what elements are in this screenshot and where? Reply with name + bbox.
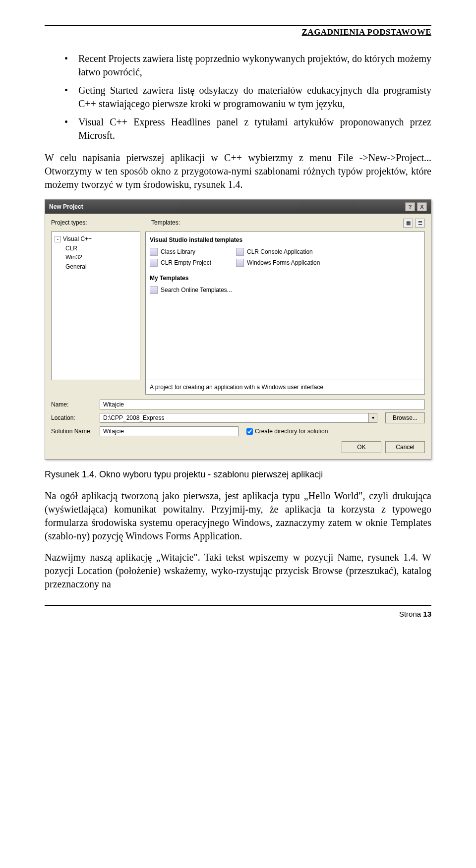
figure-caption: Rysunek 1.4. Okno wyboru typu projektu -… <box>45 468 431 480</box>
my-templates-heading: My Templates <box>150 274 420 282</box>
template-icon <box>236 259 244 267</box>
location-dropdown-icon[interactable]: ▾ <box>368 413 377 423</box>
create-directory-checkbox[interactable] <box>246 428 253 435</box>
paragraph-1: W celu napisania pierwszej aplikacji w C… <box>45 151 431 191</box>
paragraph-3: Nazwijmy naszą aplikację „Witajcie". Tak… <box>45 551 431 591</box>
paragraph-2: Na ogół aplikacją tworzoną jako pierwsza… <box>45 489 431 543</box>
footer-label: Strona <box>399 610 423 618</box>
template-label: CLR Console Application <box>247 248 313 256</box>
template-winforms[interactable]: Windows Forms Application <box>236 259 320 267</box>
bullet-item: Visual C++ Express Headlines panel z tyt… <box>64 116 431 142</box>
tree-item-general[interactable]: General <box>65 263 137 271</box>
solution-name-input[interactable] <box>100 426 238 436</box>
search-online-templates[interactable]: Search Online Templates... <box>150 286 420 294</box>
page-number: 13 <box>423 610 431 618</box>
solution-name-label: Solution Name: <box>51 427 96 435</box>
page-header: ZAGADNIENIA PODSTAWOWE <box>45 27 431 38</box>
dialog-title: New Project <box>49 203 83 211</box>
template-icon <box>236 248 244 256</box>
template-label: Class Library <box>161 248 195 256</box>
cancel-button[interactable]: Cancel <box>385 441 425 453</box>
dialog-titlebar: New Project ? X <box>45 200 431 214</box>
installed-templates-heading: Visual Studio installed templates <box>150 236 420 244</box>
location-label: Location: <box>51 414 96 422</box>
create-directory-label: Create directory for solution <box>255 427 328 435</box>
template-label: Windows Forms Application <box>247 259 320 267</box>
search-online-label: Search Online Templates... <box>161 286 232 294</box>
project-types-tree[interactable]: - Visual C++ CLR Win32 General <box>51 231 140 380</box>
collapse-icon[interactable]: - <box>55 236 61 242</box>
tree-item-win32[interactable]: Win32 <box>65 253 137 261</box>
close-icon[interactable]: X <box>417 202 427 211</box>
templates-panel: Visual Studio installed templates Class … <box>145 231 425 380</box>
templates-label: Templates: <box>151 219 392 230</box>
template-clr-empty[interactable]: CLR Empty Project <box>150 259 211 267</box>
name-label: Name: <box>51 401 96 408</box>
small-icons-icon[interactable]: ☰ <box>415 219 425 228</box>
page-footer: Strona 13 <box>45 605 431 620</box>
ok-button[interactable]: OK <box>342 441 381 453</box>
large-icons-icon[interactable]: ▦ <box>403 219 413 228</box>
name-input[interactable] <box>100 400 425 409</box>
bullet-list: Recent Projects zawiera listę poprzednio… <box>64 52 431 142</box>
template-description: A project for creating an application wi… <box>145 380 425 395</box>
search-icon <box>150 286 158 294</box>
tree-root-label[interactable]: Visual C++ <box>63 235 92 243</box>
location-input[interactable] <box>100 413 368 423</box>
template-icon <box>150 259 158 267</box>
template-label: CLR Empty Project <box>161 259 211 267</box>
help-icon[interactable]: ? <box>405 202 415 211</box>
new-project-dialog: New Project ? X Project types: Templates… <box>45 199 431 460</box>
template-class-library[interactable]: Class Library <box>150 248 211 256</box>
template-clr-console[interactable]: CLR Console Application <box>236 248 320 256</box>
project-types-label: Project types: <box>51 219 140 230</box>
header-rule <box>45 25 431 26</box>
bullet-item: Recent Projects zawiera listę poprzednio… <box>64 52 431 79</box>
tree-item-clr[interactable]: CLR <box>65 244 137 252</box>
template-icon <box>150 248 158 256</box>
bullet-item: Geting Started zawiera listę odsyłaczy d… <box>64 84 431 111</box>
browse-button[interactable]: Browse... <box>385 412 425 423</box>
footer-rule <box>45 605 431 606</box>
